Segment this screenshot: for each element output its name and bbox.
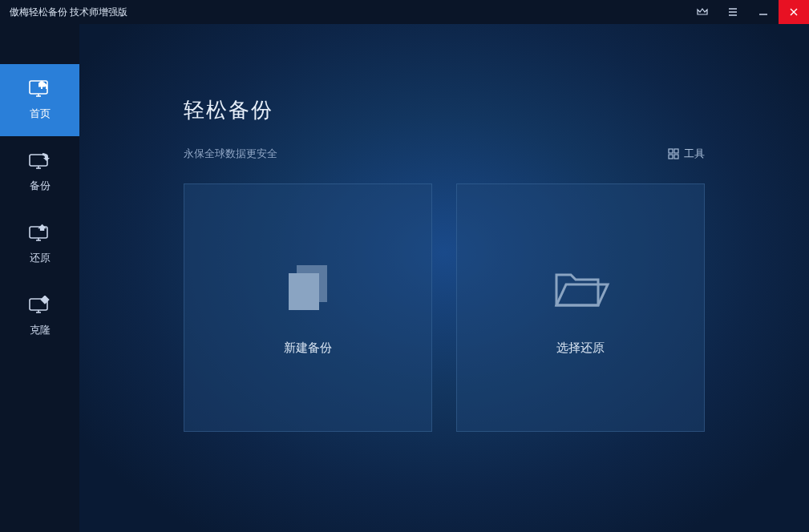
backup-icon bbox=[28, 151, 52, 171]
svg-rect-20 bbox=[674, 149, 678, 153]
sidebar-item-label: 首页 bbox=[30, 107, 51, 121]
card-label: 选择还原 bbox=[556, 341, 605, 356]
menu-button[interactable] bbox=[718, 0, 748, 24]
clone-icon bbox=[28, 296, 52, 315]
sidebar-item-clone[interactable]: 克隆 bbox=[0, 280, 79, 353]
home-monitor-icon bbox=[28, 79, 52, 99]
grid-icon bbox=[668, 148, 679, 159]
minimize-icon bbox=[757, 6, 770, 18]
card-new-backup[interactable]: 新建备份 bbox=[184, 183, 432, 432]
folder-open-icon bbox=[548, 260, 613, 316]
sidebar-item-home[interactable]: 首页 bbox=[0, 64, 79, 136]
stacked-docs-icon bbox=[276, 260, 340, 316]
page-subtitle: 永保全球数据更安全 bbox=[184, 147, 277, 161]
crown-icon bbox=[696, 6, 709, 18]
svg-rect-21 bbox=[669, 155, 673, 159]
card-label: 新建备份 bbox=[284, 341, 332, 356]
sidebar-item-backup[interactable]: 备份 bbox=[0, 136, 79, 208]
restore-icon bbox=[28, 224, 52, 243]
sidebar-item-label: 备份 bbox=[30, 179, 51, 193]
card-select-restore[interactable]: 选择还原 bbox=[456, 183, 705, 432]
svg-rect-22 bbox=[674, 155, 678, 159]
svg-rect-24 bbox=[289, 273, 319, 310]
svg-rect-18 bbox=[40, 296, 49, 304]
close-button[interactable] bbox=[779, 0, 809, 24]
sidebar-item-restore[interactable]: 还原 bbox=[0, 208, 79, 280]
sidebar-item-label: 还原 bbox=[30, 251, 51, 265]
tools-link[interactable]: 工具 bbox=[668, 147, 705, 161]
titlebar: 傲梅轻松备份 技术师增强版 bbox=[0, 0, 809, 24]
sidebar: 首页 备份 还原 bbox=[0, 24, 79, 532]
main-content: 轻松备份 永保全球数据更安全 工具 bbox=[79, 24, 809, 532]
minimize-button[interactable] bbox=[748, 0, 779, 24]
close-icon bbox=[787, 6, 800, 18]
svg-rect-19 bbox=[669, 149, 673, 153]
svg-rect-6 bbox=[30, 81, 47, 94]
sidebar-item-label: 克隆 bbox=[30, 323, 51, 337]
app-title: 傲梅轻松备份 技术师增强版 bbox=[10, 6, 127, 19]
list-icon bbox=[726, 6, 739, 18]
page-title: 轻松备份 bbox=[184, 96, 705, 124]
crown-button[interactable] bbox=[687, 0, 718, 24]
tools-label: 工具 bbox=[684, 147, 705, 161]
